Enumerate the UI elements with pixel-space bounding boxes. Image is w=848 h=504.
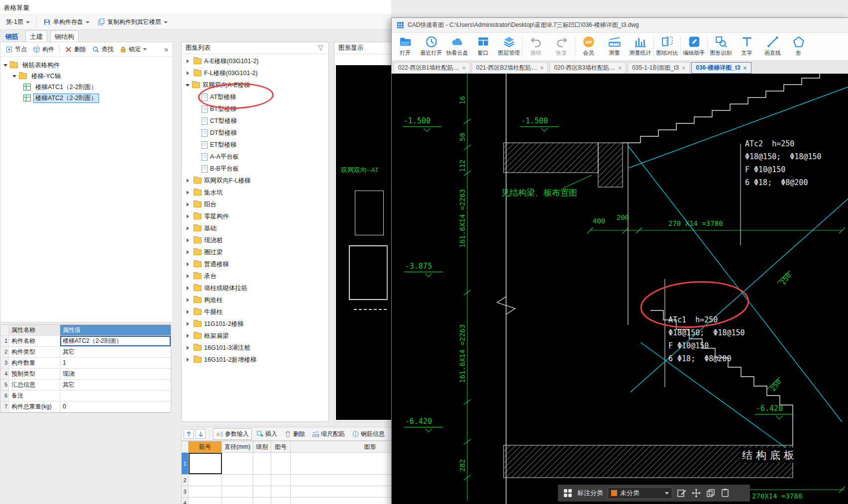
cad-redo-button[interactable]: 恢复 (549, 34, 574, 57)
cad-draw-line-button[interactable]: 画直线 (760, 34, 785, 57)
expander-closed-icon[interactable] (187, 358, 191, 362)
atlas-tree-item[interactable]: 双网双向F-L楼梯 (182, 175, 328, 187)
copy-to-other-floors-button[interactable]: 复制构件到其它楼层 (95, 16, 171, 28)
property-value-cell[interactable]: 其它 (60, 380, 171, 390)
tab-civil[interactable]: 土建 (25, 30, 47, 43)
cad-open-button[interactable]: 打开 (393, 34, 418, 57)
cad-shape-button[interactable]: 形 (786, 34, 811, 57)
atlas-tree-item[interactable]: 构造柱 (182, 294, 328, 306)
rebar-cell[interactable] (222, 486, 253, 497)
atlas-tree-item[interactable]: 零星构件 (182, 210, 328, 222)
expander-closed-icon[interactable] (187, 226, 191, 230)
cad-recent-button[interactable]: 最近打开 (419, 34, 444, 57)
cad-file-tab-0[interactable]: 022-西区B1墙柱配筋…× (394, 62, 470, 74)
property-value-cell[interactable]: 现浇 (60, 369, 171, 379)
cad-drawing-compare-button[interactable]: 图纸对比 (654, 34, 680, 57)
cad-file-tab-2[interactable]: 020-西区B3墙柱配筋…× (549, 62, 626, 74)
atlas-tree-item[interactable]: F-L楼梯(03G101-2) (182, 67, 328, 79)
rebar-row-number[interactable]: 4 (182, 498, 189, 504)
atlas-tree-item[interactable]: 现浇桩 (182, 234, 328, 246)
close-tab-icon[interactable]: × (682, 65, 685, 72)
atlas-tree-item[interactable]: B-B平台板 (182, 163, 328, 175)
expander-closed-icon[interactable] (187, 214, 191, 218)
rebar-cell[interactable] (271, 486, 291, 497)
property-value-cell[interactable]: 其它 (60, 347, 171, 357)
cad-cloud-drive-button[interactable]: 快看云盘 (444, 34, 470, 57)
cad-vip-button[interactable]: VIP会员 (576, 34, 601, 57)
scale-rebar-button[interactable]: 缩尺配筋 (310, 429, 347, 439)
atlas-tree-item[interactable]: 普通楼梯 (182, 258, 328, 270)
delete-button[interactable]: 删除 (62, 44, 89, 55)
cad-undo-button[interactable]: 撤销 (523, 34, 548, 57)
node-button[interactable]: 节点 (3, 44, 29, 55)
atlas-tree-item[interactable]: 集水坑 (182, 187, 328, 199)
atlas-tree-item[interactable]: 牛腿柱 (182, 306, 328, 318)
delete-row-button[interactable]: 删除 (282, 429, 308, 439)
atlas-tree-item[interactable]: A-A平台板 (182, 151, 328, 163)
rebar-cell[interactable] (253, 453, 271, 474)
expander-closed-icon[interactable] (187, 250, 191, 254)
cad-window-button[interactable]: 窗口 (470, 34, 496, 57)
atlas-tree-item[interactable]: 圈过梁 (182, 246, 328, 258)
rebar-info-button[interactable]: 钢筋信息 (349, 429, 387, 439)
rebar-cell[interactable] (253, 486, 271, 497)
expander-closed-icon[interactable] (187, 286, 191, 290)
expander-closed-icon[interactable] (187, 346, 191, 350)
rebar-cell[interactable] (271, 498, 291, 504)
close-tab-icon[interactable]: × (540, 65, 543, 72)
expander-closed-icon[interactable] (187, 262, 191, 266)
component-button[interactable]: 构件 (30, 44, 57, 55)
cad-edit-assistant-button[interactable]: 编辑助手 (681, 34, 707, 57)
property-value-cell[interactable]: 1 (60, 358, 171, 368)
copy-icon[interactable] (706, 488, 716, 498)
floor-select[interactable]: 第-1层 (3, 16, 33, 28)
rebar-cell[interactable] (271, 475, 291, 486)
insert-button[interactable]: 插入 (254, 429, 280, 439)
atlas-tree-item[interactable]: 承台 (182, 270, 328, 282)
lock-button[interactable]: 锁定 (117, 44, 149, 55)
close-tab-icon[interactable]: × (618, 65, 622, 72)
cad-file-tab-3[interactable]: 035-1-1剖面图_t3× (628, 62, 690, 74)
atlas-tree-item[interactable]: 墙柱或砌体拉筋 (182, 282, 328, 294)
expander-closed-icon[interactable] (187, 191, 191, 195)
atlas-tree-item[interactable]: 双网双向A-E楼梯 (182, 79, 328, 91)
cad-measure-button[interactable]: 测量 (602, 34, 627, 57)
atlas-tree-item[interactable]: BT型楼梯 (182, 103, 328, 115)
atlas-tree-item[interactable]: DT型楼梯 (182, 127, 328, 139)
edit-annotation-icon[interactable] (677, 488, 687, 498)
cad-drawing[interactable]: -1.500-1.500-3.875-6.420-6.4201650112161… (392, 74, 848, 504)
rebar-cell[interactable] (253, 475, 271, 486)
rebar-cell[interactable] (222, 475, 253, 486)
property-value-cell[interactable] (60, 391, 171, 401)
expander-closed-icon[interactable] (187, 322, 191, 326)
close-tab-icon[interactable]: × (462, 65, 466, 72)
cad-layer-manager-button[interactable]: 图层管理 (496, 34, 522, 57)
overflow-button[interactable]: » (162, 45, 170, 53)
param-input-button[interactable]: a参数输入 (213, 428, 252, 440)
atlas-tree-item[interactable]: CT型楼梯 (182, 115, 328, 127)
tree-item-stair-1[interactable]: 楼梯ATC1（2-2剖面） (0, 82, 173, 93)
rebar-cell[interactable] (189, 486, 222, 497)
atlas-tree-item[interactable]: 11G101-2楼梯 (182, 318, 328, 330)
atlas-tree-item[interactable]: 基础 (182, 222, 328, 234)
expander-open-icon[interactable] (12, 75, 16, 80)
expander-closed-icon[interactable] (187, 71, 191, 75)
cad-file-tab-1[interactable]: 021-西区B2墙柱配筋…× (472, 62, 548, 74)
cad-text-button[interactable]: 文字 (734, 34, 759, 57)
property-value-cell[interactable]: 楼梯ATC2（2-2剖面） (60, 336, 171, 346)
atlas-tree-item[interactable]: 阳台 (182, 199, 328, 210)
rebar-cell[interactable] (189, 453, 222, 474)
expander-open-icon[interactable] (3, 64, 7, 69)
move-down-button[interactable] (196, 429, 206, 439)
clipboard-icon[interactable] (720, 488, 730, 498)
expander-closed-icon[interactable] (187, 238, 191, 242)
expander-closed-icon[interactable] (187, 334, 191, 338)
rebar-row-number[interactable]: 2 (182, 475, 189, 486)
atlas-tree-item[interactable]: 框架扁梁 (182, 330, 328, 342)
rebar-row-number[interactable]: 1 (182, 453, 189, 474)
cad-shape-recognition-button[interactable]: 图形识别 (708, 34, 734, 57)
atlas-tree-item[interactable]: A-E楼梯(03G101-2) (182, 55, 328, 67)
find-button[interactable]: 查找 (90, 44, 116, 55)
rebar-cell[interactable] (189, 498, 222, 504)
atlas-tree-item[interactable]: 16G101-2新增楼梯 (182, 354, 328, 366)
